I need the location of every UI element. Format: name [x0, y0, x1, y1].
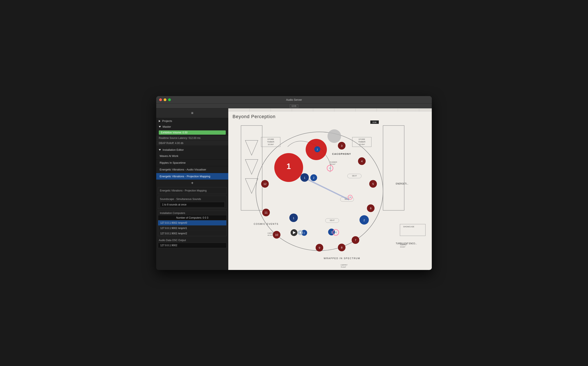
- hamburger-icon[interactable]: ≡: [191, 111, 194, 115]
- svg-text:SEAT: SEAT: [352, 175, 357, 177]
- computer-item-2[interactable]: 127.0.0.1:9002 /enpm/2: [158, 231, 226, 236]
- realtime-latency-row: Realtime Source Latency: 512.00 ms: [156, 136, 228, 140]
- main-content: ≡ Projects Master Exhibition Volume: 0.5…: [156, 108, 432, 270]
- svg-text:2: 2: [331, 231, 332, 234]
- projects-label: Projects: [162, 119, 172, 122]
- computer-count: Number of Computers: 0 0 3: [158, 215, 226, 220]
- master-label: Master: [163, 125, 171, 128]
- svg-text:11: 11: [264, 211, 268, 214]
- computer-item-1[interactable]: 127.0.0.1:9002 /enpm/1: [158, 225, 226, 231]
- svg-text:CACOPHONY: CACOPHONY: [332, 153, 351, 155]
- svg-rect-1: [228, 109, 432, 112]
- map-title: Beyond Perception: [233, 114, 276, 119]
- map-svg: Beyond Perception STORE TIMBE: [228, 108, 432, 270]
- audio-osc-section: Audio Data OSC Output 127.0.0.1:9002: [158, 238, 226, 248]
- svg-text:89.0m²: 89.0m²: [330, 163, 335, 165]
- installation-name-box: Energetic Vibrations - Projection Mappin…: [158, 187, 226, 194]
- svg-text:ENERGETI...: ENERGETI...: [396, 183, 408, 185]
- installation-name: Energetic Vibrations - Projection Mappin…: [158, 188, 226, 193]
- map-area: Beyond Perception STORE TIMBE: [228, 108, 432, 270]
- svg-text:44.8m²: 44.8m²: [400, 246, 405, 248]
- installation-editor-label: Installation Editor: [163, 148, 184, 151]
- svg-text:1: 1: [286, 162, 291, 171]
- title-bar: Audio Server: [156, 96, 432, 104]
- soundscape-label: Soundscape - Simultaneous Sounds: [158, 197, 226, 201]
- nav-item-audio-visualiser[interactable]: Energetic Vibrations - Audio Visualiser: [156, 166, 228, 173]
- svg-text:2: 2: [363, 219, 365, 222]
- svg-text:2: 2: [303, 232, 305, 234]
- svg-text:8: 8: [341, 246, 342, 249]
- svg-text:SEAT: SEAT: [330, 219, 335, 221]
- computer-item-0[interactable]: 127.0.0.1:9002 /enpm/0: [158, 220, 226, 225]
- svg-text:TURBULENT ENCO...: TURBULENT ENCO...: [396, 242, 417, 245]
- window-subtitle: EDB: [290, 104, 298, 108]
- svg-text:9: 9: [319, 246, 320, 249]
- svg-text:2: 2: [317, 148, 318, 151]
- svg-text:2: 2: [313, 176, 315, 179]
- svg-text:1: 1: [293, 216, 294, 220]
- svg-text:EDB: EDB: [373, 121, 377, 123]
- sidebar: ≡ Projects Master Exhibition Volume: 0.5…: [156, 108, 228, 270]
- svg-text:RUBBER: RUBBER: [330, 161, 337, 163]
- computers-section: Installation Computers Number of Compute…: [158, 211, 226, 236]
- collapse-icon: [159, 126, 161, 128]
- close-button[interactable]: [159, 98, 162, 101]
- svg-text:3: 3: [341, 144, 342, 147]
- svg-text:4: 4: [361, 160, 362, 163]
- sidebar-header: ≡: [156, 108, 228, 118]
- window-controls: [159, 98, 171, 101]
- collapse-icon: [159, 149, 161, 151]
- add-installation-button[interactable]: +: [156, 180, 228, 186]
- sidebar-item-master[interactable]: Master: [156, 124, 228, 130]
- svg-text:STORE: STORE: [359, 138, 365, 140]
- svg-text:WRAPPED IN SPECTRUM: WRAPPED IN SPECTRUM: [324, 257, 360, 259]
- dbap-rolloff-row: DBAP Rolloff: 4.00 db: [156, 141, 228, 145]
- svg-text:10.0m²: 10.0m²: [268, 143, 274, 145]
- subtitle-bar: EDB: [156, 104, 432, 108]
- svg-text:TIMBER: TIMBER: [267, 141, 274, 143]
- exhibition-volume-badge[interactable]: Exhibition Volume: 0.50: [159, 130, 226, 135]
- svg-text:70.2m²: 70.2m²: [341, 266, 346, 268]
- svg-text:44.5m²: 44.5m²: [268, 234, 273, 236]
- svg-text:10.0m²: 10.0m²: [359, 143, 365, 145]
- svg-text:6: 6: [370, 207, 371, 210]
- svg-point-44: [327, 129, 341, 143]
- minimize-button[interactable]: [164, 98, 166, 101]
- nav-item-projection-mapping[interactable]: Energetic Vibrations - Projection Mappin…: [156, 173, 228, 180]
- svg-text:STORE: STORE: [268, 138, 274, 140]
- audio-osc-label: Audio Data OSC Output: [158, 238, 226, 242]
- svg-text:5: 5: [372, 182, 374, 186]
- expand-icon: [159, 120, 160, 122]
- svg-text:7: 7: [355, 239, 356, 242]
- nav-item-ripples[interactable]: Ripples In Spacetime: [156, 160, 228, 166]
- nav-item-waves[interactable]: Waves At Work: [156, 153, 228, 160]
- svg-text:1: 1: [304, 176, 305, 179]
- sidebar-item-installation-editor[interactable]: Installation Editor: [156, 147, 228, 153]
- svg-text:SHOWCASE: SHOWCASE: [403, 226, 415, 228]
- audio-osc-value: 127.0.0.1:9002: [158, 243, 226, 248]
- svg-text:COSMIC EVENTS: COSMIC EVENTS: [254, 223, 279, 225]
- computers-label: Installation Computers: [158, 211, 226, 215]
- svg-text:10: 10: [275, 233, 278, 236]
- window-title: Audio Server: [286, 98, 302, 101]
- soundscape-box: Soundscape - Simultaneous Sounds 1 to 8 …: [158, 196, 226, 209]
- maximize-button[interactable]: [168, 98, 171, 101]
- svg-text:12: 12: [264, 182, 266, 186]
- svg-text:TIMBER: TIMBER: [358, 141, 366, 143]
- svg-text:CARPET: CARPET: [341, 264, 348, 266]
- sidebar-item-projects[interactable]: Projects: [156, 118, 228, 124]
- sounds-range: 1 to 8 sounds at once: [160, 202, 225, 207]
- app-window: Audio Server EDB ≡ Projects Master Exhib…: [156, 96, 432, 270]
